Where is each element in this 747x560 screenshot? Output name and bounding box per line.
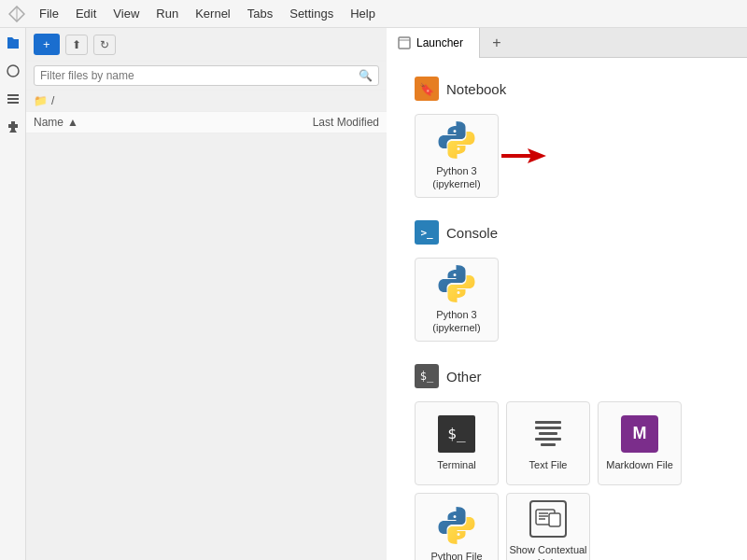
show-help-label: Show Contextual Help [507,543,589,560]
refresh-button[interactable]: ↻ [93,35,116,55]
notebook-python3-label: Python 3(ipykernel) [432,164,480,191]
files-rail-icon[interactable] [2,32,24,54]
main-layout: + ⬆ ↻ 🔍 📁 / Name ▲ L [0,28,747,560]
menu-view[interactable]: View [106,4,147,23]
terminal-card[interactable]: $_ Terminal [415,401,499,485]
app-logo [7,5,26,23]
text-line-1 [535,421,561,424]
red-arrow-annotation [501,147,546,165]
notebook-python3-card[interactable]: Python 3(ipykernel) [415,114,499,198]
plus-icon: + [43,37,50,51]
terminal-icon: $_ [438,415,475,453]
launcher-tab-icon [398,36,411,49]
text-line-2 [535,427,561,429]
console-cards: Python 3(ipykernel) [415,258,719,342]
console-section-header: >_ Console [415,220,719,245]
launcher: 🔖 Notebook [387,58,747,560]
svg-rect-5 [399,37,410,49]
svg-rect-10 [549,513,560,526]
console-section-icon: >_ [415,220,439,245]
launcher-tab[interactable]: Launcher [387,28,480,58]
menu-help[interactable]: Help [343,4,383,23]
new-button[interactable]: + [34,34,60,55]
notebook-section-icon: 🔖 [415,77,439,101]
console-section-label: Console [446,225,498,241]
menu-edit[interactable]: Edit [68,4,104,23]
python-logo-console [438,265,475,302]
svg-point-1 [7,65,19,77]
col-name-header[interactable]: Name ▲ [34,116,276,129]
breadcrumb-path: / [51,94,54,107]
markdown-file-card[interactable]: M Markdown File [598,401,682,485]
svg-rect-4 [7,102,19,104]
file-toolbar: + ⬆ ↻ [26,28,387,62]
other-section-header: $_ Other [415,364,719,388]
python-logo-notebook [438,121,475,159]
extensions-rail-icon[interactable] [2,116,24,138]
show-help-card[interactable]: Show Contextual Help [506,493,590,560]
markdown-icon: M [621,415,658,453]
icon-rail [0,28,26,560]
search-icon: 🔍 [359,69,373,82]
show-help-icon [529,500,567,538]
markdown-file-label: Markdown File [606,458,673,471]
search-input[interactable] [40,69,359,82]
running-rail-icon[interactable] [2,60,24,82]
commands-rail-icon[interactable] [2,88,24,110]
other-cards: $_ Terminal Text File [415,401,719,560]
menu-file[interactable]: File [32,4,66,23]
file-list-header: Name ▲ Last Modified [26,112,387,133]
text-file-card[interactable]: Text File [506,401,590,485]
refresh-icon: ↻ [100,38,109,51]
launcher-tab-label: Launcher [416,36,463,49]
menu-run[interactable]: Run [148,4,186,23]
console-python3-card[interactable]: Python 3(ipykernel) [415,258,499,342]
menubar: File Edit View Run Kernel Tabs Settings … [0,0,747,28]
notebook-section-header: 🔖 Notebook [415,77,719,101]
menu-settings[interactable]: Settings [282,4,341,23]
notebook-section: 🔖 Notebook [415,77,719,198]
python-logo-file [438,507,475,544]
other-section: $_ Other $_ Terminal [415,364,719,560]
upload-icon: ⬆ [72,38,81,51]
text-file-icon [529,415,567,453]
other-section-label: Other [446,369,482,385]
terminal-label: Terminal [437,458,476,471]
folder-icon: 📁 [34,94,48,107]
search-bar: 🔍 [26,62,387,91]
text-line-3 [539,432,557,435]
upload-button[interactable]: ⬆ [65,35,88,55]
text-file-label: Text File [529,458,568,471]
sort-icon: ▲ [67,116,78,129]
notebook-section-label: Notebook [446,81,506,97]
python-file-label: Python File [430,550,482,560]
text-line-4 [535,438,561,441]
menu-tabs[interactable]: Tabs [240,4,280,23]
text-line-5 [541,443,556,446]
python-file-card[interactable]: Python File [415,493,499,560]
tab-bar: Launcher + [387,28,747,58]
svg-rect-8 [501,154,531,158]
file-list [26,133,387,560]
console-section: >_ Console [415,220,719,342]
notebook-cards: Python 3(ipykernel) [415,114,719,198]
svg-rect-2 [7,94,19,96]
file-panel: + ⬆ ↻ 🔍 📁 / Name ▲ L [26,28,387,560]
search-input-wrap: 🔍 [34,65,379,86]
col-modified-header[interactable]: Last Modified [276,116,379,129]
svg-rect-3 [7,98,19,100]
menu-kernel[interactable]: Kernel [188,4,238,23]
tab-add-button[interactable]: + [484,30,510,56]
content-area: Launcher + 🔖 Notebook [387,28,747,560]
breadcrumb: 📁 / [26,91,387,112]
other-section-icon: $_ [415,364,439,388]
console-python3-label: Python 3(ipykernel) [432,308,480,335]
